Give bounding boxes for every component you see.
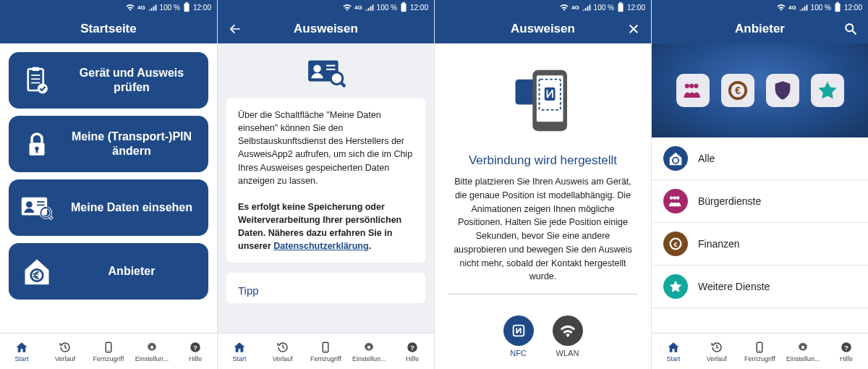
view-data-button[interactable]: Meine Daten einsehen [9,179,208,236]
category-label: Weitere Dienste [698,281,770,292]
nav-remote[interactable]: Fernzugriff [305,334,348,369]
nav-start[interactable]: Start [652,334,695,369]
search-button[interactable] [836,14,865,43]
screen-ausweisen-info: 4G 100 % 12:00 Ausweisen Über die Schalt… [217,0,434,369]
main-content: Über die Schaltfläche "Meine Daten einse… [218,43,434,333]
euro-coin-icon: € [663,232,688,256]
shield-icon [773,80,793,101]
status-bar: 4G 100 % 12:00 [0,0,217,14]
euro-coin-icon: € [727,80,749,101]
nfc-icon [503,315,534,346]
wifi-icon [126,4,135,11]
nav-settings[interactable]: Einstellun... [781,334,825,369]
category-tile-finance[interactable]: € [721,74,754,107]
star-icon [663,274,688,299]
nav-history[interactable]: Verlauf [261,334,305,369]
view-data-label: Meine Daten einsehen [67,200,197,215]
svg-rect-1 [185,2,188,4]
signal-icon [148,4,157,11]
clock-text: 12:00 [193,4,211,12]
id-card-search-icon [20,191,54,224]
privacy-link[interactable]: Datenschutzerklärung [273,241,368,251]
screen-startseite: 4G 100 % 12:00 Startseite Gerät und Ausw… [0,0,217,369]
nav-history[interactable]: Verlauf [43,334,87,369]
nav-settings[interactable]: Einstellun... [130,334,174,369]
nav-start[interactable]: Start [0,334,43,369]
category-row-all[interactable]: Alle [652,137,868,180]
clock-text: 12:00 [844,4,862,12]
gear-icon [362,341,375,354]
home-icon [15,341,28,354]
category-row-finance[interactable]: € Finanzen [652,223,868,266]
svg-line-33 [341,83,344,87]
network-4g-icon: 4G [788,4,796,11]
page-title: Startseite [80,22,136,36]
wifi-icon [553,315,583,346]
smartphone-icon [319,341,332,354]
wlan-option[interactable]: WLAN [553,315,583,357]
tip-card: Tipp [226,273,425,303]
svg-rect-49 [836,2,839,4]
nav-remote[interactable]: Fernzugriff [87,334,130,369]
category-tile-other[interactable] [811,74,844,107]
history-icon [59,341,72,354]
category-row-citizens[interactable]: Bürgerdienste [652,180,868,223]
svg-text:€: € [735,85,741,96]
page-title: Ausweisen [294,22,358,36]
battery-text: 100 % [811,4,831,12]
nav-remote[interactable]: Fernzugriff [739,334,782,369]
category-tile-insurance[interactable] [766,74,799,107]
page-title: Ausweisen [511,22,575,36]
svg-rect-27 [402,2,405,4]
close-icon [627,22,640,35]
svg-point-50 [846,24,853,31]
close-button[interactable] [619,14,648,43]
info-paragraph-1: Über die Schaltfläche "Meine Daten einse… [238,109,414,187]
screen-anbieter: 4G 100 % 12:00 Anbieter € [651,0,868,369]
info-paragraph-2: Es erfolgt keine Speicherung oder Weiter… [238,200,414,253]
svg-point-32 [331,72,343,85]
check-device-label: Gerät und Ausweis prüfen [67,66,197,95]
nav-help[interactable]: ? Hilfe [174,334,217,369]
nav-help[interactable]: ?Hilfe [391,334,434,369]
category-tiles: € [652,43,868,137]
provider-button[interactable]: Anbieter [9,243,208,300]
category-tile-citizens[interactable] [676,74,710,107]
category-row-other[interactable]: Weitere Dienste [652,266,868,308]
clock-text: 12:00 [627,4,645,12]
battery-icon [183,2,190,12]
wifi-icon [560,4,569,11]
nav-start[interactable]: Start [218,334,261,369]
clock-text: 12:00 [410,4,428,12]
network-4g-icon: 4G [571,4,579,11]
arrow-left-icon [228,22,242,36]
page-title: Anbieter [735,22,785,36]
svg-text:?: ? [844,343,848,351]
main-content: Verbindung wird hergestellt Bitte platzi… [435,43,651,369]
gear-icon [796,341,809,354]
svg-point-58 [760,349,761,351]
svg-point-37 [367,345,371,349]
nav-history[interactable]: Verlauf [695,334,739,369]
status-bar: 4G 100 % 12:00 [218,0,434,14]
check-device-button[interactable]: Gerät und Ausweis prüfen [9,52,208,109]
nav-settings[interactable]: Einstellun... [347,334,391,369]
house-euro-icon [20,255,54,288]
status-bar: 4G 100 % 12:00 [652,0,868,14]
change-pin-button[interactable]: Meine (Transport-)PIN ändern [9,116,208,172]
gear-icon [145,341,158,354]
wifi-icon [777,4,786,11]
nfc-option[interactable]: NFC [503,315,534,357]
category-label: Finanzen [698,238,740,250]
help-icon: ? [189,341,202,354]
history-icon [710,341,723,354]
category-label: Bürgerdienste [698,195,761,207]
svg-rect-10 [36,149,38,153]
status-bar: 4G 100 % 12:00 [435,0,651,14]
connection-options: NFC WLAN [503,315,583,357]
info-card: Über die Schaltfläche "Meine Daten einse… [226,98,425,263]
signal-icon [799,4,808,11]
history-icon [276,341,289,354]
back-button[interactable] [221,14,250,43]
nav-help[interactable]: ?Hilfe [825,334,868,369]
